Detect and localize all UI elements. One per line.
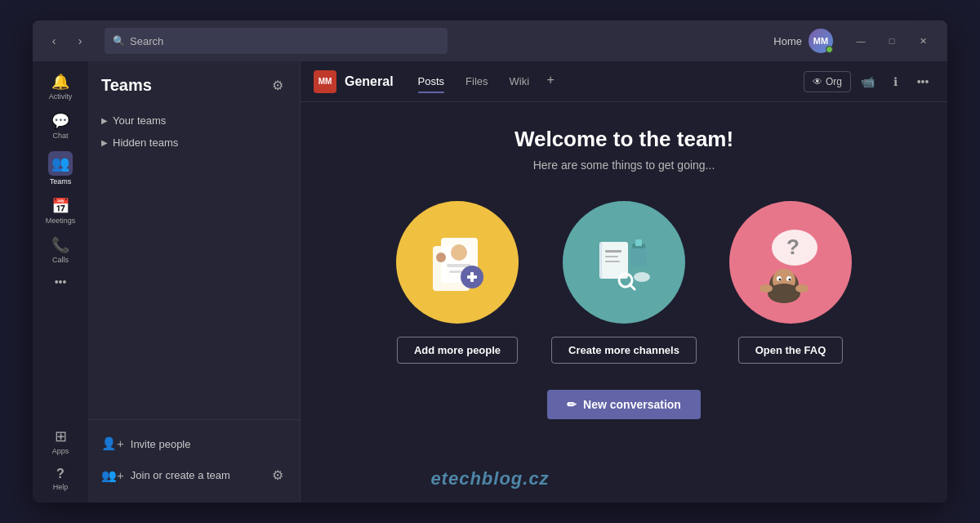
close-button[interactable]: ✕ [908, 29, 938, 52]
teams-header: Teams ⚙ [88, 61, 300, 106]
apps-icon: ⊞ [55, 427, 67, 445]
org-label: Org [826, 76, 842, 87]
sidebar-item-apps-label: Apps [52, 447, 69, 455]
add-people-illustration [396, 201, 519, 324]
add-tab-button[interactable]: + [541, 70, 560, 90]
svg-point-30 [795, 284, 808, 293]
maximize-button[interactable]: □ [877, 29, 906, 52]
welcome-cards: Add more people [384, 201, 864, 364]
avatar-status [826, 46, 833, 53]
main-area: 🔔 Activity 💬 Chat 👥 Teams 📅 Meetings 📞 C… [33, 61, 947, 503]
sidebar-item-chat[interactable]: 💬 Chat [38, 107, 83, 145]
create-channels-button[interactable]: Create more channels [551, 337, 697, 364]
meetings-icon: 📅 [51, 197, 69, 215]
help-icon: ? [56, 467, 65, 481]
filter-button[interactable]: ⚙ [269, 74, 287, 96]
sidebar-item-activity[interactable]: 🔔 Activity [38, 68, 83, 105]
tab-files[interactable]: Files [456, 70, 497, 92]
join-create-settings-button[interactable]: ⚙ [269, 464, 287, 486]
nav-buttons: ‹ › [42, 29, 91, 52]
edit-icon: ✏ [567, 398, 577, 411]
create-channels-card: Create more channels [550, 201, 697, 364]
title-bar: ‹ › 🔍 Search Home MM — □ ✕ [33, 20, 947, 61]
minimize-button[interactable]: — [846, 29, 875, 52]
svg-line-19 [630, 284, 635, 289]
add-people-card: Add more people [384, 201, 531, 364]
sidebar-bottom: ⊞ Apps ? Help [38, 422, 83, 496]
sidebar-item-chat-label: Chat [52, 132, 68, 140]
title-bar-right: Home MM — □ ✕ [773, 29, 938, 53]
channels-svg [583, 221, 665, 303]
svg-text:?: ? [786, 235, 800, 259]
sidebar-item-calls-label: Calls [52, 256, 69, 264]
sidebar-item-more[interactable]: ••• [38, 270, 83, 293]
sidebar-item-teams[interactable]: 👥 Teams [38, 146, 83, 190]
avatar[interactable]: MM [808, 29, 833, 53]
eye-icon: 👁 [813, 76, 822, 87]
tab-wiki[interactable]: Wiki [500, 70, 540, 92]
back-button[interactable]: ‹ [42, 29, 65, 52]
teams-icon: 👥 [48, 151, 73, 176]
sidebar-item-activity-label: Activity [49, 92, 73, 101]
sidebar-item-apps[interactable]: ⊞ Apps [38, 422, 83, 460]
your-teams-label: Your teams [113, 114, 166, 127]
teams-panel: Teams ⚙ ▶ Your teams ▶ Hidden teams 👤+ I… [88, 61, 301, 503]
welcome-title: Welcome to the team! [514, 127, 733, 152]
svg-point-17 [634, 272, 650, 282]
channel-header: MM General Posts Files Wiki + 👁 Org 📹 [301, 61, 947, 102]
svg-rect-13 [605, 261, 620, 262]
more-icon: ••• [55, 275, 67, 288]
add-people-button[interactable]: Add more people [397, 337, 518, 364]
svg-point-27 [779, 279, 782, 281]
sidebar-item-meetings[interactable]: 📅 Meetings [38, 192, 83, 230]
faq-illustration: ? [729, 201, 852, 324]
sidebar-item-help[interactable]: ? Help [38, 462, 83, 496]
chevron-right-icon: ▶ [101, 116, 108, 125]
svg-rect-7 [470, 272, 474, 282]
svg-point-24 [768, 284, 800, 303]
faq-button[interactable]: Open the FAQ [738, 337, 844, 364]
svg-point-28 [789, 279, 791, 281]
activity-icon: 🔔 [51, 73, 69, 91]
forward-button[interactable]: › [69, 29, 91, 52]
sidebar-item-meetings-label: Meetings [46, 217, 76, 225]
org-button[interactable]: 👁 Org [804, 71, 851, 92]
welcome-subtitle: Here are some things to get going... [533, 159, 715, 172]
faq-card: ? [717, 201, 864, 364]
info-button[interactable]: ℹ [884, 70, 906, 93]
search-icon: 🔍 [113, 35, 125, 47]
calls-icon: 📞 [51, 236, 69, 254]
join-create-item[interactable]: 👥+ Join or create a team ⚙ [95, 458, 293, 493]
home-label: Home [773, 35, 802, 47]
video-icon: 📹 [861, 75, 875, 88]
sidebar-item-calls[interactable]: 📞 Calls [38, 231, 83, 269]
your-teams-item[interactable]: ▶ Your teams [95, 110, 293, 132]
svg-point-8 [436, 253, 446, 262]
join-create-icon: 👥+ [101, 468, 124, 483]
search-bar[interactable]: 🔍 Search [105, 28, 448, 54]
chat-icon: 💬 [51, 112, 69, 130]
new-conversation-button[interactable]: ✏ New conversation [547, 390, 701, 419]
invite-people-item[interactable]: 👤+ Invite people [95, 430, 293, 458]
create-channels-illustration [563, 201, 685, 324]
channel-header-right: 👁 Org 📹 ℹ ••• [804, 70, 934, 93]
teams-sections: ▶ Your teams ▶ Hidden teams [88, 106, 300, 157]
add-people-svg [416, 221, 498, 303]
hidden-teams-item[interactable]: ▶ Hidden teams [95, 132, 293, 154]
invite-icon: 👤+ [101, 436, 124, 451]
faq-svg: ? [750, 221, 831, 303]
chevron-right-icon-2: ▶ [101, 138, 108, 147]
channel-avatar: MM [314, 70, 336, 93]
content-area: MM General Posts Files Wiki + 👁 Org 📹 [301, 61, 947, 503]
svg-point-2 [451, 244, 467, 261]
more-options-button[interactable]: ••• [911, 70, 934, 93]
app-window: ‹ › 🔍 Search Home MM — □ ✕ 🔔 Activit [33, 20, 947, 503]
invite-people-label: Invite people [131, 438, 191, 450]
icon-sidebar: 🔔 Activity 💬 Chat 👥 Teams 📅 Meetings 📞 C… [33, 61, 88, 503]
svg-rect-16 [635, 239, 642, 246]
svg-rect-12 [605, 256, 618, 257]
video-call-button[interactable]: 📹 [856, 70, 879, 93]
tab-posts[interactable]: Posts [408, 70, 455, 92]
search-placeholder: Search [130, 35, 163, 47]
sidebar-item-help-label: Help [53, 483, 69, 491]
